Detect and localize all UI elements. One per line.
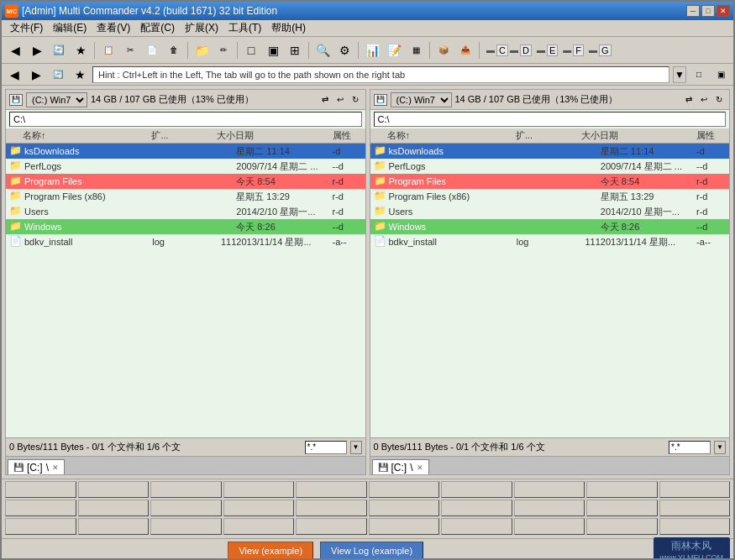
tb-extract[interactable]: 📤	[455, 40, 475, 60]
left-col-date[interactable]: 日期	[235, 129, 332, 142]
tb-rename[interactable]: ✏	[213, 40, 234, 60]
list-item[interactable]: 📁Program Files (x86)星期五 13:29r-d	[6, 189, 365, 204]
menu-extend[interactable]: 扩展(X)	[180, 19, 223, 37]
menu-view[interactable]: 查看(V)	[92, 19, 135, 37]
tb-paste[interactable]: 📄	[142, 40, 162, 60]
left-sync-icon[interactable]: ⇄	[318, 93, 332, 107]
right-pane-path[interactable]: C:\	[374, 112, 727, 127]
tb-bookmark[interactable]: ★	[71, 40, 91, 60]
right-col-name[interactable]: 名称↑	[387, 129, 516, 142]
drive-g-label[interactable]: G	[599, 44, 612, 56]
list-item[interactable]: 📁ksDownloads星期二 11:14-d	[6, 144, 365, 159]
tb-compress[interactable]: 📦	[433, 40, 454, 60]
fn-btn-3-1[interactable]	[5, 518, 76, 535]
right-tab-close[interactable]: ✕	[417, 463, 423, 472]
menu-file[interactable]: 文件(F)	[5, 19, 48, 37]
tb-view[interactable]: 📊	[362, 40, 382, 60]
fn-btn-3-10[interactable]	[659, 518, 731, 535]
nav-hint-dropdown[interactable]: ▼	[673, 66, 686, 83]
tb-search[interactable]: 🔍	[312, 40, 333, 60]
tb-selectall[interactable]: ⊞	[285, 40, 305, 60]
nav-extra-2[interactable]: ▣	[711, 66, 730, 83]
left-refresh-icon[interactable]: ↻	[349, 93, 362, 107]
close-button[interactable]: ✕	[717, 5, 730, 17]
tb-terminal[interactable]: ▦	[406, 40, 426, 60]
fn-btn-1-6[interactable]	[369, 481, 440, 498]
nav-back-btn[interactable]: ◀	[5, 66, 24, 83]
drive-c-label[interactable]: C	[496, 44, 508, 56]
nav-forward-btn[interactable]: ▶	[27, 66, 45, 83]
fn-btn-3-3[interactable]	[150, 518, 222, 535]
right-back-icon[interactable]: ↩	[697, 93, 711, 107]
right-col-ext[interactable]: 扩...	[516, 129, 554, 142]
tb-copy[interactable]: 📋	[98, 40, 118, 60]
fn-btn-2-7[interactable]	[441, 500, 512, 516]
list-item[interactable]: 📁Program Files (x86)星期五 13:29r-d	[370, 189, 730, 204]
left-drive-select[interactable]: (C:) Win7	[26, 92, 87, 107]
maximize-button[interactable]: □	[701, 5, 715, 17]
fn-btn-3-7[interactable]	[441, 518, 512, 535]
tb-cut[interactable]: ✂	[120, 40, 140, 60]
list-item[interactable]: 📁Windows今天 8:26--d	[370, 219, 730, 234]
right-filter-input[interactable]	[669, 441, 711, 454]
list-item[interactable]: 📁Windows今天 8:26--d	[6, 219, 365, 234]
fn-btn-2-5[interactable]	[296, 500, 367, 516]
left-filter-input[interactable]	[305, 441, 347, 454]
fn-btn-1-10[interactable]	[659, 481, 731, 498]
left-col-size[interactable]: 大小	[189, 129, 235, 142]
menu-config[interactable]: 配置(C)	[135, 19, 180, 37]
fn-btn-3-2[interactable]	[78, 518, 150, 535]
list-item[interactable]: 📁Program Files今天 8:54r-d	[6, 174, 365, 189]
right-drive-select[interactable]: (C:) Win7	[391, 92, 452, 107]
fn-btn-2-10[interactable]	[659, 500, 731, 516]
menu-tools[interactable]: 工具(T)	[223, 19, 266, 37]
right-col-attr[interactable]: 属性	[696, 129, 726, 142]
nav-star-btn[interactable]: ★	[71, 66, 89, 83]
drive-f-label[interactable]: F	[573, 44, 584, 56]
menu-edit[interactable]: 编辑(E)	[48, 19, 92, 37]
fn-btn-1-5[interactable]	[296, 481, 367, 498]
tb-deselect[interactable]: ▣	[263, 40, 283, 60]
tb-properties[interactable]: ⚙	[334, 40, 354, 60]
tb-back[interactable]: ◀	[5, 40, 25, 60]
left-filter-btn[interactable]: ▼	[350, 441, 362, 454]
fn-btn-1-3[interactable]	[150, 481, 222, 498]
fn-btn-3-8[interactable]	[514, 518, 585, 535]
menu-help[interactable]: 帮助(H)	[266, 19, 311, 37]
minimize-button[interactable]: ─	[686, 5, 700, 17]
fn-btn-3-4[interactable]	[223, 518, 295, 535]
fn-btn-2-4[interactable]	[223, 500, 295, 516]
nav-refresh-btn[interactable]: 🔄	[49, 66, 67, 83]
fn-btn-3-9[interactable]	[586, 518, 658, 535]
right-col-date[interactable]: 日期	[600, 129, 696, 142]
fn-btn-2-3[interactable]	[150, 500, 222, 516]
right-col-size[interactable]: 大小	[554, 129, 600, 142]
right-filter-btn[interactable]: ▼	[714, 441, 726, 454]
right-refresh-icon[interactable]: ↻	[712, 93, 726, 107]
list-item[interactable]: 📄bdkv_installlog1112013/11/14 星期...-a--	[6, 234, 365, 249]
list-item[interactable]: 📁PerfLogs2009/7/14 星期二 ...--d	[6, 159, 365, 174]
fn-btn-2-1[interactable]	[5, 500, 76, 516]
fn-btn-1-1[interactable]	[5, 481, 76, 498]
fn-btn-3-6[interactable]	[369, 518, 440, 535]
tb-newfolder[interactable]: 📁	[192, 40, 212, 60]
fn-btn-1-2[interactable]	[78, 481, 150, 498]
left-col-name[interactable]: 名称↑	[23, 129, 151, 142]
list-item[interactable]: 📁PerfLogs2009/7/14 星期二 ...--d	[370, 159, 730, 174]
left-col-ext[interactable]: 扩...	[151, 129, 189, 142]
nav-extra-1[interactable]: □	[690, 66, 708, 83]
left-col-attr[interactable]: 属性	[333, 129, 362, 142]
left-tab-close[interactable]: ✕	[52, 463, 59, 472]
fn-btn-3-5[interactable]	[296, 518, 367, 535]
drive-e-label[interactable]: E	[547, 44, 558, 56]
list-item[interactable]: 📄bdkv_installlog1112013/11/14 星期...-a--	[370, 234, 730, 249]
right-sync-icon[interactable]: ⇄	[682, 93, 696, 107]
tb-refresh[interactable]: 🔄	[49, 40, 69, 60]
tb-forward[interactable]: ▶	[27, 40, 47, 60]
tb-delete[interactable]: 🗑	[164, 40, 184, 60]
view-example-button[interactable]: View (example)	[228, 542, 313, 560]
list-item[interactable]: 📁Users2014/2/10 星期一...r-d	[6, 204, 365, 219]
drive-d-label[interactable]: D	[520, 44, 532, 56]
fn-btn-1-4[interactable]	[223, 481, 295, 498]
tb-select[interactable]: □	[241, 40, 261, 60]
